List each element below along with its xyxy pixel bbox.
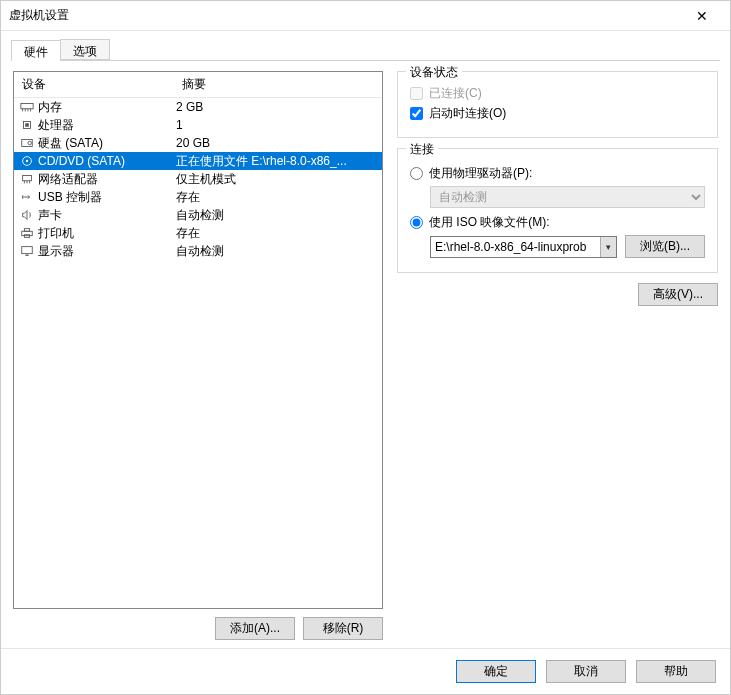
cpu-icon xyxy=(18,119,36,131)
titlebar: 虚拟机设置 ✕ xyxy=(1,1,730,31)
device-row[interactable]: 声卡自动检测 xyxy=(14,206,382,224)
cd-icon xyxy=(18,155,36,167)
device-row[interactable]: 硬盘 (SATA)20 GB xyxy=(14,134,382,152)
svg-point-10 xyxy=(26,160,28,162)
status-legend: 设备状态 xyxy=(406,64,462,81)
tab-options[interactable]: 选项 xyxy=(60,39,110,60)
advanced-button[interactable]: 高级(V)... xyxy=(638,283,718,306)
chevron-down-icon[interactable]: ▾ xyxy=(600,237,616,257)
device-summary: 自动检测 xyxy=(176,243,378,260)
device-row[interactable]: CD/DVD (SATA)正在使用文件 E:\rhel-8.0-x86_... xyxy=(14,152,382,170)
device-summary: 仅主机模式 xyxy=(176,171,378,188)
svg-rect-0 xyxy=(21,104,33,109)
display-icon xyxy=(18,245,36,257)
memory-icon xyxy=(18,101,36,113)
device-summary: 正在使用文件 E:\rhel-8.0-x86_... xyxy=(176,153,378,170)
svg-rect-11 xyxy=(23,176,32,181)
device-status-group: 设备状态 已连接(C) 启动时连接(O) xyxy=(397,71,718,138)
device-row[interactable]: 打印机存在 xyxy=(14,224,382,242)
device-summary: 存在 xyxy=(176,189,378,206)
device-name: 打印机 xyxy=(36,225,176,242)
device-name: 内存 xyxy=(36,99,176,116)
device-name: CD/DVD (SATA) xyxy=(36,154,176,168)
device-summary: 存在 xyxy=(176,225,378,242)
device-row[interactable]: 显示器自动检测 xyxy=(14,242,382,260)
dialog-footer: 确定 取消 帮助 xyxy=(1,648,730,694)
device-name: 硬盘 (SATA) xyxy=(36,135,176,152)
iso-radio-input[interactable] xyxy=(410,216,423,229)
device-summary: 1 xyxy=(176,118,378,132)
window-title: 虚拟机设置 xyxy=(9,7,682,24)
printer-icon xyxy=(18,227,36,239)
device-summary: 2 GB xyxy=(176,100,378,114)
hdr-device: 设备 xyxy=(14,72,174,97)
device-name: 网络适配器 xyxy=(36,171,176,188)
add-button[interactable]: 添加(A)... xyxy=(215,617,295,640)
svg-point-8 xyxy=(28,141,32,145)
device-name: 声卡 xyxy=(36,207,176,224)
nic-icon xyxy=(18,173,36,185)
browse-button[interactable]: 浏览(B)... xyxy=(625,235,705,258)
physical-radio[interactable]: 使用物理驱动器(P): xyxy=(410,165,705,182)
iso-path-input[interactable] xyxy=(430,236,617,258)
device-row[interactable]: 网络适配器仅主机模式 xyxy=(14,170,382,188)
device-name: 处理器 xyxy=(36,117,176,134)
connected-input xyxy=(410,87,423,100)
device-name: USB 控制器 xyxy=(36,189,176,206)
tab-hardware[interactable]: 硬件 xyxy=(11,40,61,61)
device-row[interactable]: USB 控制器存在 xyxy=(14,188,382,206)
svg-rect-7 xyxy=(22,140,33,147)
usb-icon xyxy=(18,191,36,203)
disk-icon xyxy=(18,137,36,149)
device-name: 显示器 xyxy=(36,243,176,260)
sound-icon xyxy=(18,209,36,221)
iso-radio[interactable]: 使用 ISO 映像文件(M): xyxy=(410,214,705,231)
device-summary: 20 GB xyxy=(176,136,378,150)
svg-rect-6 xyxy=(25,123,29,127)
help-button[interactable]: 帮助 xyxy=(636,660,716,683)
device-row[interactable]: 处理器1 xyxy=(14,116,382,134)
tab-strip: 硬件 选项 xyxy=(11,39,720,61)
ok-button[interactable]: 确定 xyxy=(456,660,536,683)
physical-drive-select: 自动检测 xyxy=(430,186,705,208)
device-row[interactable]: 内存2 GB xyxy=(14,98,382,116)
iso-path-combo[interactable]: ▾ xyxy=(430,236,617,258)
poweron-checkbox[interactable]: 启动时连接(O) xyxy=(410,105,705,122)
svg-rect-16 xyxy=(24,229,29,232)
cancel-button[interactable]: 取消 xyxy=(546,660,626,683)
list-header: 设备 摘要 xyxy=(14,72,382,98)
connection-group: 连接 使用物理驱动器(P): 自动检测 使用 ISO 映像文件(M): xyxy=(397,148,718,273)
remove-button[interactable]: 移除(R) xyxy=(303,617,383,640)
connected-checkbox: 已连接(C) xyxy=(410,85,705,102)
device-summary: 自动检测 xyxy=(176,207,378,224)
poweron-input[interactable] xyxy=(410,107,423,120)
connection-legend: 连接 xyxy=(406,141,438,158)
svg-rect-18 xyxy=(22,247,33,254)
hdr-summary: 摘要 xyxy=(174,72,382,97)
physical-radio-input[interactable] xyxy=(410,167,423,180)
device-list: 设备 摘要 内存2 GB处理器1硬盘 (SATA)20 GBCD/DVD (SA… xyxy=(13,71,383,609)
close-icon[interactable]: ✕ xyxy=(682,8,722,24)
